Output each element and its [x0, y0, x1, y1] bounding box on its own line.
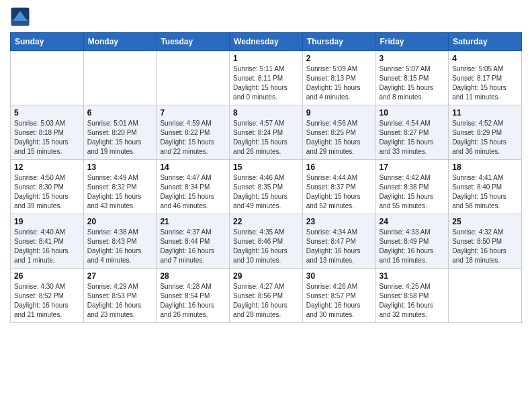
day-number: 15	[233, 163, 299, 172]
day-info: Sunrise: 5:03 AM Sunset: 8:18 PM Dayligh…	[14, 119, 80, 156]
day-number: 14	[160, 163, 226, 172]
day-info: Sunrise: 4:30 AM Sunset: 8:52 PM Dayligh…	[14, 282, 80, 320]
calendar-day-cell: 2Sunrise: 5:09 AM Sunset: 8:13 PM Daylig…	[302, 51, 375, 105]
day-number: 13	[87, 163, 153, 172]
calendar-day-cell: 23Sunrise: 4:34 AM Sunset: 8:47 PM Dayli…	[302, 214, 375, 269]
day-number: 28	[160, 271, 226, 281]
svg-rect-2	[11, 19, 30, 26]
day-info: Sunrise: 4:27 AM Sunset: 8:56 PM Dayligh…	[233, 282, 299, 320]
calendar-day-cell: 17Sunrise: 4:42 AM Sunset: 8:38 PM Dayli…	[375, 160, 449, 214]
day-info: Sunrise: 4:44 AM Sunset: 8:37 PM Dayligh…	[306, 173, 372, 211]
day-info: Sunrise: 4:41 AM Sunset: 8:40 PM Dayligh…	[452, 173, 518, 211]
day-number: 4	[452, 54, 518, 63]
calendar-header: SundayMondayTuesdayWednesdayThursdayFrid…	[11, 33, 522, 51]
day-number: 30	[306, 271, 372, 281]
days-of-week-row: SundayMondayTuesdayWednesdayThursdayFrid…	[11, 33, 522, 51]
day-info: Sunrise: 5:09 AM Sunset: 8:13 PM Dayligh…	[306, 64, 372, 102]
calendar-table: SundayMondayTuesdayWednesdayThursdayFrid…	[10, 32, 522, 323]
calendar-day-cell: 12Sunrise: 4:50 AM Sunset: 8:30 PM Dayli…	[11, 160, 84, 214]
calendar-day-cell: 3Sunrise: 5:07 AM Sunset: 8:15 PM Daylig…	[375, 51, 449, 105]
day-info: Sunrise: 4:40 AM Sunset: 8:41 PM Dayligh…	[14, 228, 80, 265]
calendar-day-cell: 22Sunrise: 4:35 AM Sunset: 8:46 PM Dayli…	[230, 214, 303, 269]
day-of-week-header: Friday	[375, 33, 449, 51]
calendar-day-cell: 19Sunrise: 4:40 AM Sunset: 8:41 PM Dayli…	[11, 214, 84, 269]
day-number: 16	[306, 163, 372, 172]
day-number: 22	[233, 217, 299, 226]
day-info: Sunrise: 4:59 AM Sunset: 8:22 PM Dayligh…	[160, 119, 226, 156]
day-of-week-header: Monday	[83, 33, 157, 51]
day-info: Sunrise: 4:38 AM Sunset: 8:43 PM Dayligh…	[87, 228, 153, 265]
calendar-day-cell: 21Sunrise: 4:37 AM Sunset: 8:44 PM Dayli…	[157, 214, 230, 269]
day-number: 17	[380, 163, 445, 172]
logo	[10, 7, 33, 27]
day-info: Sunrise: 4:50 AM Sunset: 8:30 PM Dayligh…	[14, 173, 80, 211]
day-number: 12	[14, 163, 80, 172]
calendar-body: 1Sunrise: 5:11 AM Sunset: 8:11 PM Daylig…	[11, 51, 522, 323]
day-info: Sunrise: 4:52 AM Sunset: 8:29 PM Dayligh…	[452, 119, 518, 156]
day-of-week-header: Tuesday	[157, 33, 230, 51]
calendar-day-cell: 27Sunrise: 4:29 AM Sunset: 8:53 PM Dayli…	[83, 269, 157, 323]
day-info: Sunrise: 4:33 AM Sunset: 8:49 PM Dayligh…	[380, 228, 445, 265]
logo-icon	[10, 7, 30, 27]
day-number: 19	[14, 217, 80, 226]
calendar-day-cell: 24Sunrise: 4:33 AM Sunset: 8:49 PM Dayli…	[375, 214, 449, 269]
calendar-week-row: 12Sunrise: 4:50 AM Sunset: 8:30 PM Dayli…	[11, 160, 522, 214]
calendar-day-cell: 9Sunrise: 4:56 AM Sunset: 8:25 PM Daylig…	[302, 105, 375, 160]
calendar-day-cell: 13Sunrise: 4:49 AM Sunset: 8:32 PM Dayli…	[83, 160, 157, 214]
calendar-day-cell: 26Sunrise: 4:30 AM Sunset: 8:52 PM Dayli…	[11, 269, 84, 323]
calendar-week-row: 26Sunrise: 4:30 AM Sunset: 8:52 PM Dayli…	[11, 269, 522, 323]
day-info: Sunrise: 4:37 AM Sunset: 8:44 PM Dayligh…	[160, 228, 226, 265]
day-of-week-header: Wednesday	[230, 33, 303, 51]
day-info: Sunrise: 4:46 AM Sunset: 8:35 PM Dayligh…	[233, 173, 299, 211]
day-number: 25	[452, 217, 518, 226]
day-of-week-header: Thursday	[302, 33, 375, 51]
day-number: 3	[380, 54, 445, 63]
day-info: Sunrise: 5:01 AM Sunset: 8:20 PM Dayligh…	[87, 119, 153, 156]
day-of-week-header: Saturday	[449, 33, 522, 51]
day-info: Sunrise: 4:25 AM Sunset: 8:58 PM Dayligh…	[380, 282, 445, 320]
day-info: Sunrise: 5:11 AM Sunset: 8:11 PM Dayligh…	[233, 64, 299, 102]
calendar-day-cell: 7Sunrise: 4:59 AM Sunset: 8:22 PM Daylig…	[157, 105, 230, 160]
day-number: 24	[380, 217, 445, 226]
day-number: 9	[306, 108, 372, 118]
day-info: Sunrise: 4:32 AM Sunset: 8:50 PM Dayligh…	[452, 228, 518, 265]
day-of-week-header: Sunday	[11, 33, 84, 51]
calendar-week-row: 19Sunrise: 4:40 AM Sunset: 8:41 PM Dayli…	[11, 214, 522, 269]
day-number: 11	[452, 108, 518, 118]
page-header	[10, 7, 522, 27]
calendar-day-cell: 16Sunrise: 4:44 AM Sunset: 8:37 PM Dayli…	[302, 160, 375, 214]
calendar-day-cell: 20Sunrise: 4:38 AM Sunset: 8:43 PM Dayli…	[83, 214, 157, 269]
calendar-day-cell: 6Sunrise: 5:01 AM Sunset: 8:20 PM Daylig…	[83, 105, 157, 160]
calendar-day-cell: 11Sunrise: 4:52 AM Sunset: 8:29 PM Dayli…	[449, 105, 522, 160]
calendar-day-cell	[157, 51, 230, 105]
day-number: 27	[87, 271, 153, 281]
day-info: Sunrise: 4:54 AM Sunset: 8:27 PM Dayligh…	[380, 119, 445, 156]
day-number: 7	[160, 108, 226, 118]
calendar-day-cell: 5Sunrise: 5:03 AM Sunset: 8:18 PM Daylig…	[11, 105, 84, 160]
day-number: 23	[306, 217, 372, 226]
day-info: Sunrise: 4:26 AM Sunset: 8:57 PM Dayligh…	[306, 282, 372, 320]
day-info: Sunrise: 4:56 AM Sunset: 8:25 PM Dayligh…	[306, 119, 372, 156]
day-number: 5	[14, 108, 80, 118]
calendar-day-cell: 28Sunrise: 4:28 AM Sunset: 8:54 PM Dayli…	[157, 269, 230, 323]
calendar-day-cell: 29Sunrise: 4:27 AM Sunset: 8:56 PM Dayli…	[230, 269, 303, 323]
day-number: 20	[87, 217, 153, 226]
day-number: 8	[233, 108, 299, 118]
day-info: Sunrise: 4:35 AM Sunset: 8:46 PM Dayligh…	[233, 228, 299, 265]
calendar-day-cell: 15Sunrise: 4:46 AM Sunset: 8:35 PM Dayli…	[230, 160, 303, 214]
day-number: 31	[380, 271, 445, 281]
day-number: 29	[233, 271, 299, 281]
day-number: 10	[380, 108, 445, 118]
day-info: Sunrise: 4:57 AM Sunset: 8:24 PM Dayligh…	[233, 119, 299, 156]
calendar-day-cell: 30Sunrise: 4:26 AM Sunset: 8:57 PM Dayli…	[302, 269, 375, 323]
calendar-day-cell	[11, 51, 84, 105]
day-number: 6	[87, 108, 153, 118]
calendar-day-cell	[83, 51, 157, 105]
calendar-day-cell: 8Sunrise: 4:57 AM Sunset: 8:24 PM Daylig…	[230, 105, 303, 160]
day-info: Sunrise: 4:28 AM Sunset: 8:54 PM Dayligh…	[160, 282, 226, 320]
day-info: Sunrise: 5:07 AM Sunset: 8:15 PM Dayligh…	[380, 64, 445, 102]
calendar-day-cell: 31Sunrise: 4:25 AM Sunset: 8:58 PM Dayli…	[375, 269, 449, 323]
day-number: 21	[160, 217, 226, 226]
calendar-week-row: 1Sunrise: 5:11 AM Sunset: 8:11 PM Daylig…	[11, 51, 522, 105]
calendar-day-cell: 4Sunrise: 5:05 AM Sunset: 8:17 PM Daylig…	[449, 51, 522, 105]
